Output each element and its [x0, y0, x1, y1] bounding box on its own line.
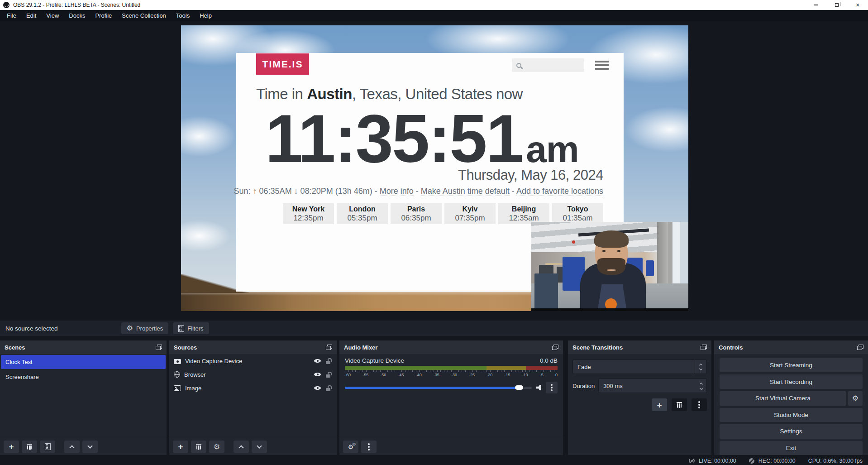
add-transition-button[interactable]: + — [652, 398, 667, 411]
scene-item-clock-test[interactable]: Clock Test — [1, 355, 166, 369]
transition-select-arrows[interactable] — [695, 360, 706, 374]
audio-mixer-header[interactable]: Audio Mixer — [339, 340, 563, 354]
scene-preview-canvas[interactable]: TIME.IS Time in Austin, Texas, United St… — [181, 25, 688, 311]
scene-transitions-panel: Scene Transitions Fade Duration 300 ms + — [568, 340, 711, 455]
world-clock-kyiv: Kyiv07:35pm — [444, 203, 496, 224]
remove-source-button[interactable] — [191, 441, 206, 453]
webcam-partition — [646, 260, 653, 276]
duration-spin-arrows[interactable] — [696, 381, 706, 391]
transition-properties-button[interactable] — [692, 398, 707, 411]
remove-scene-button[interactable] — [22, 441, 37, 453]
cloud — [181, 116, 235, 157]
source-row-browser[interactable]: Browser — [169, 368, 337, 381]
menu-docks[interactable]: Docks — [64, 10, 90, 21]
sources-list: Video Capture Device Browser Image — [169, 354, 337, 438]
controls-panel: Controls Start Streaming Start Recording… — [714, 340, 868, 455]
start-recording-button[interactable]: Start Recording — [720, 374, 863, 388]
move-source-up-button[interactable] — [234, 441, 249, 453]
duration-spinbox[interactable]: 300 ms — [598, 379, 707, 393]
menu-profile[interactable]: Profile — [90, 10, 117, 21]
filters-button[interactable]: Filters — [173, 322, 209, 334]
close-button[interactable]: × — [847, 0, 868, 10]
audio-mixer-toolbar: ⚙ — [339, 438, 563, 455]
volume-slider-handle[interactable] — [515, 385, 523, 390]
add-source-button[interactable]: + — [173, 441, 188, 453]
volume-slider[interactable] — [345, 387, 532, 389]
speaker-icon[interactable] — [536, 385, 541, 391]
start-streaming-button[interactable]: Start Streaming — [720, 358, 863, 372]
plus-icon: + — [9, 442, 14, 451]
scenes-toolbar: + — [0, 438, 167, 455]
search-icon — [516, 63, 521, 68]
trash-icon — [196, 444, 201, 450]
chevron-down-icon — [87, 443, 92, 448]
chevron-up-icon — [238, 445, 243, 450]
plus-icon: + — [178, 442, 183, 451]
visibility-eye-icon[interactable] — [314, 371, 321, 378]
audio-mixer-panel: Audio Mixer Video Capture Device 0.0 dB … — [339, 340, 563, 455]
lock-icon[interactable] — [325, 385, 331, 392]
webcam-chair — [534, 273, 558, 311]
volume-meter: -60-55-50-45-40-35-30-25-20-15-10-50 — [345, 366, 558, 377]
source-properties-button[interactable]: ⚙ — [209, 441, 224, 453]
popout-icon[interactable] — [701, 345, 707, 350]
menu-help[interactable]: Help — [195, 10, 217, 21]
mixer-menu-button[interactable] — [361, 441, 377, 453]
visibility-eye-icon[interactable] — [314, 357, 321, 364]
popout-icon[interactable] — [326, 345, 332, 350]
mixer-channel-menu-button[interactable] — [546, 382, 558, 393]
studio-mode-button[interactable]: Studio Mode — [720, 408, 863, 422]
exit-button[interactable]: Exit — [720, 441, 863, 455]
popout-icon[interactable] — [857, 345, 863, 350]
world-clock-beijing: Beijing12:35am — [498, 203, 549, 224]
menu-file[interactable]: File — [2, 10, 21, 21]
menu-edit[interactable]: Edit — [21, 10, 41, 21]
remove-transition-button[interactable] — [672, 398, 687, 411]
virtual-camera-settings-button[interactable]: ⚙ — [848, 391, 863, 406]
transitions-header[interactable]: Scene Transitions — [568, 340, 711, 354]
add-scene-button[interactable]: + — [4, 441, 19, 453]
popout-icon[interactable] — [156, 345, 162, 350]
menu-tools[interactable]: Tools — [171, 10, 195, 21]
source-row-image[interactable]: Image — [169, 381, 337, 395]
filter-icon — [178, 325, 184, 332]
scene-item-screenshare[interactable]: Screenshare — [1, 370, 166, 384]
move-scene-up-button[interactable] — [64, 441, 80, 453]
webcam-person-eye — [617, 250, 620, 252]
move-source-down-button[interactable] — [252, 441, 267, 453]
menu-bar: File Edit View Docks Profile Scene Colle… — [0, 10, 868, 21]
visibility-eye-icon[interactable] — [314, 384, 321, 392]
transitions-body: Fade Duration 300 ms + — [568, 354, 711, 455]
properties-button[interactable]: ⚙ Properties — [121, 322, 169, 334]
gear-icon: ⚙ — [852, 395, 858, 402]
sources-panel-title: Sources — [174, 344, 197, 351]
menu-scene-collection[interactable]: Scene Collection — [117, 10, 171, 21]
transition-select[interactable]: Fade — [572, 360, 707, 374]
chevron-up-icon — [699, 364, 702, 367]
live-status-icon — [689, 458, 695, 464]
close-icon: × — [856, 2, 859, 8]
advanced-audio-button[interactable]: ⚙ — [343, 441, 358, 453]
cloud — [181, 220, 231, 252]
controls-header[interactable]: Controls — [714, 340, 868, 354]
start-virtual-camera-button[interactable]: Start Virtual Camera — [720, 391, 846, 406]
source-row-video-capture[interactable]: Video Capture Device — [169, 354, 337, 368]
gear-icon: ⚙ — [127, 325, 133, 332]
move-scene-down-button[interactable] — [82, 441, 98, 453]
scenes-panel-header[interactable]: Scenes — [0, 340, 167, 354]
sources-panel-header[interactable]: Sources — [169, 340, 337, 354]
restore-button[interactable] — [826, 0, 847, 10]
sources-toolbar: + ⚙ — [169, 438, 337, 455]
cpu-fps-stats: CPU: 0.6%, 30.00 fps — [808, 458, 863, 464]
settings-button[interactable]: Settings — [720, 424, 863, 438]
lock-icon[interactable] — [325, 371, 331, 378]
kebab-menu-icon — [698, 401, 700, 403]
popout-icon[interactable] — [552, 345, 558, 350]
menu-view[interactable]: View — [41, 10, 64, 21]
webcam-person-head — [595, 234, 628, 275]
scene-filters-button[interactable] — [40, 441, 55, 453]
window-title: OBS 29.1.2 - Profile: LLHLS BETA - Scene… — [13, 2, 140, 8]
minimize-button[interactable] — [806, 0, 826, 10]
make-default-link: Make Austin time default — [421, 187, 510, 196]
lock-icon[interactable] — [325, 358, 331, 364]
